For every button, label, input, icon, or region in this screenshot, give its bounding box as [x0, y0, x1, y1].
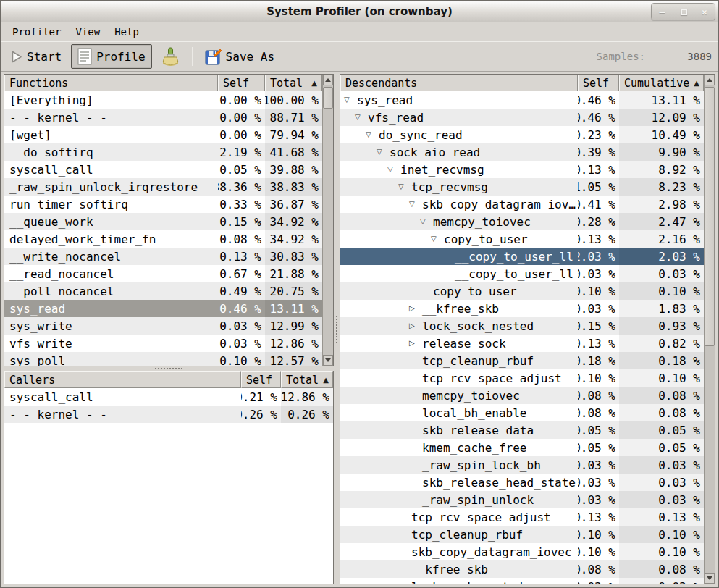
- total-percent: 79.94 %: [265, 126, 322, 143]
- expander-open-icon[interactable]: ▽: [409, 196, 419, 213]
- self-percent: 0.03 %: [578, 265, 619, 282]
- tree-row[interactable]: tcp_cleanup_rbuf0.18 %0.18 %: [340, 352, 704, 369]
- maximize-button[interactable]: [673, 4, 694, 20]
- tree-row[interactable]: __copy_to_user_ll0.03 %0.03 %: [340, 265, 704, 282]
- tree-row[interactable]: memcpy_toiovec0.08 %0.08 %: [340, 387, 704, 404]
- tree-row[interactable]: ▽memcpy_toiovec0.28 %2.47 %: [340, 213, 704, 230]
- vertical-pane-splitter[interactable]: [4, 366, 334, 371]
- table-row[interactable]: syscall_call0.05 %39.88 %: [4, 161, 322, 178]
- functions-column-header[interactable]: Functions: [4, 75, 218, 91]
- tree-row[interactable]: ▷lock_sock_nested0.15 %0.93 %: [340, 317, 704, 335]
- descendants-scroll-down-button[interactable]: [705, 573, 715, 584]
- total-percent: 12.86 %: [265, 335, 322, 352]
- expander-open-icon[interactable]: ▽: [431, 230, 441, 248]
- self-percent: 1.05 %: [578, 178, 619, 196]
- tree-row[interactable]: ▽copy_to_user0.13 %2.16 %: [340, 230, 704, 248]
- expander-open-icon[interactable]: ▽: [366, 126, 376, 143]
- table-row[interactable]: sys_poll0.10 %12.57 %: [4, 352, 322, 366]
- expander-open-icon[interactable]: ▽: [344, 91, 354, 109]
- table-row[interactable]: _raw_spin_unlock_irqrestore38.36 %38.83 …: [4, 178, 322, 196]
- titlebar[interactable]: System Profiler (on crownbay) – ×: [1, 1, 718, 22]
- tree-row[interactable]: _raw_spin_lock_bh0.03 %0.03 %: [340, 456, 704, 474]
- profile-button[interactable]: Profile: [71, 44, 151, 69]
- tree-row[interactable]: ▽sys_read0.46 %13.11 %: [340, 91, 704, 109]
- table-row[interactable]: __queue_work0.15 %34.92 %: [4, 213, 322, 230]
- close-button[interactable]: ×: [694, 4, 715, 20]
- expander-open-icon[interactable]: ▽: [355, 109, 365, 126]
- tree-row[interactable]: ▽vfs_read0.46 %12.09 %: [340, 109, 704, 126]
- descendants-scrollbar[interactable]: [704, 75, 715, 584]
- descendants-scrollbar-thumb[interactable]: [705, 87, 715, 346]
- minimize-button[interactable]: –: [652, 4, 673, 20]
- table-row[interactable]: __read_nocancel0.67 %21.88 %: [4, 265, 322, 282]
- tree-row[interactable]: tcp_rcv_space_adjust0.10 %0.10 %: [340, 369, 704, 387]
- tree-row[interactable]: kmem_cache_free0.05 %0.05 %: [340, 439, 704, 456]
- callers-self-column-header[interactable]: Self: [241, 371, 281, 388]
- table-row[interactable]: [wget]0.00 %79.94 %: [4, 126, 322, 143]
- start-button[interactable]: Start: [5, 46, 68, 67]
- table-row[interactable]: sys_read0.46 %13.11 %: [4, 300, 322, 317]
- expander-collapsed-icon[interactable]: ▷: [409, 317, 419, 335]
- descendants-cumulative-column-header[interactable]: Cumulative▲: [619, 75, 704, 91]
- expander-open-icon[interactable]: ▽: [398, 178, 408, 196]
- functions-scrollbar[interactable]: [322, 75, 333, 366]
- tree-row[interactable]: copy_to_user0.10 %0.10 %: [340, 282, 704, 300]
- table-row[interactable]: vfs_write0.03 %12.86 %: [4, 335, 322, 352]
- expander-open-icon[interactable]: ▽: [377, 143, 387, 161]
- functions-total-column-header[interactable]: Total▲: [265, 75, 322, 91]
- expander-open-icon[interactable]: ▽: [387, 161, 398, 178]
- tree-row[interactable]: skb_release_head_state0.03 %0.03 %: [340, 474, 704, 491]
- tree-row[interactable]: __copy_to_user_ll2.03 %2.03 %: [340, 248, 704, 265]
- reset-button[interactable]: [155, 43, 186, 70]
- tree-row[interactable]: skb_release_data0.05 %0.05 %: [340, 421, 704, 439]
- self-percent: 2.03 %: [578, 248, 619, 265]
- expander-open-icon[interactable]: ▽: [420, 213, 430, 230]
- tree-row[interactable]: ▽tcp_recvmsg1.05 %8.23 %: [340, 178, 704, 196]
- save-as-button[interactable]: Save As: [198, 45, 281, 69]
- horizontal-pane-splitter[interactable]: [334, 74, 340, 584]
- functions-scrollbar-trough[interactable]: [323, 85, 333, 355]
- table-row[interactable]: delayed_work_timer_fn0.08 %34.92 %: [4, 230, 322, 248]
- functions-scroll-down-button[interactable]: [323, 355, 333, 366]
- callers-column-header[interactable]: Callers: [4, 371, 241, 388]
- table-row[interactable]: __write_nocancel0.13 %30.83 %: [4, 248, 322, 265]
- callers-total-column-header[interactable]: Total▲: [281, 371, 333, 388]
- tree-row[interactable]: ▽sock_aio_read0.39 %9.90 %: [340, 143, 704, 161]
- table-row[interactable]: __poll_nocancel0.49 %20.75 %: [4, 282, 322, 300]
- menu-view[interactable]: View: [68, 24, 107, 40]
- table-row[interactable]: __do_softirq2.19 %41.68 %: [4, 143, 322, 161]
- expander-collapsed-icon[interactable]: ▷: [409, 300, 419, 317]
- descendants-scroll-up-button[interactable]: [705, 75, 715, 85]
- tree-row[interactable]: __kfree_skb0.08 %0.08 %: [340, 560, 704, 578]
- tree-row[interactable]: ▽inet_recvmsg0.13 %8.92 %: [340, 161, 704, 178]
- expander-collapsed-icon[interactable]: ▷: [409, 335, 419, 352]
- menu-profiler[interactable]: Profiler: [5, 24, 68, 40]
- tree-row[interactable]: ▷__kfree_skb0.03 %1.83 %: [340, 300, 704, 317]
- function-name: skb_release_data: [422, 424, 534, 437]
- descendants-self-column-header[interactable]: Self: [578, 75, 619, 91]
- tree-row[interactable]: ▽do_sync_read0.23 %10.49 %: [340, 126, 704, 143]
- functions-self-column-header[interactable]: Self: [218, 75, 265, 91]
- menu-help[interactable]: Help: [107, 24, 146, 40]
- functions-scroll-up-button[interactable]: [323, 75, 333, 85]
- tree-row[interactable]: ▽skb_copy_datagram_iov…0.41 %2.98 %: [340, 196, 704, 213]
- tree-row[interactable]: ▷release_sock0.13 %0.82 %: [340, 335, 704, 352]
- tree-row[interactable]: local_bh_enable0.08 %0.08 %: [340, 404, 704, 421]
- table-row[interactable]: [Everything]0.00 %100.00 %: [4, 91, 322, 109]
- minimize-icon: –: [660, 7, 665, 17]
- tree-row[interactable]: skb_copy_datagram_iovec0.10 %0.10 %: [340, 543, 704, 560]
- tree-row[interactable]: tcp_rcv_space_adjust0.13 %0.13 %: [340, 508, 704, 526]
- functions-scrollbar-thumb[interactable]: [323, 87, 333, 109]
- descendants-scrollbar-trough[interactable]: [705, 85, 715, 573]
- table-row[interactable]: run_timer_softirq0.33 %36.87 %: [4, 196, 322, 213]
- table-row[interactable]: sys_write0.03 %12.99 %: [4, 317, 322, 335]
- table-row[interactable]: - - kernel - -0.00 %88.71 %: [4, 109, 322, 126]
- tree-row[interactable]: lock_sock_nested0.03 %0.03 %: [340, 578, 704, 584]
- tree-row[interactable]: _raw_spin_unlock0.03 %0.03 %: [340, 491, 704, 508]
- tree-row[interactable]: tcp_cleanup_rbuf0.10 %0.10 %: [340, 526, 704, 543]
- descendants-header-row: Descendants Self Cumulative▲: [340, 75, 704, 91]
- table-row[interactable]: - - kernel - -0.26 %0.26 %: [4, 406, 333, 423]
- table-row[interactable]: syscall_call0.21 %12.86 %: [4, 388, 333, 406]
- descendants-column-header[interactable]: Descendants: [340, 75, 578, 91]
- self-percent: 0.03 %: [578, 474, 619, 491]
